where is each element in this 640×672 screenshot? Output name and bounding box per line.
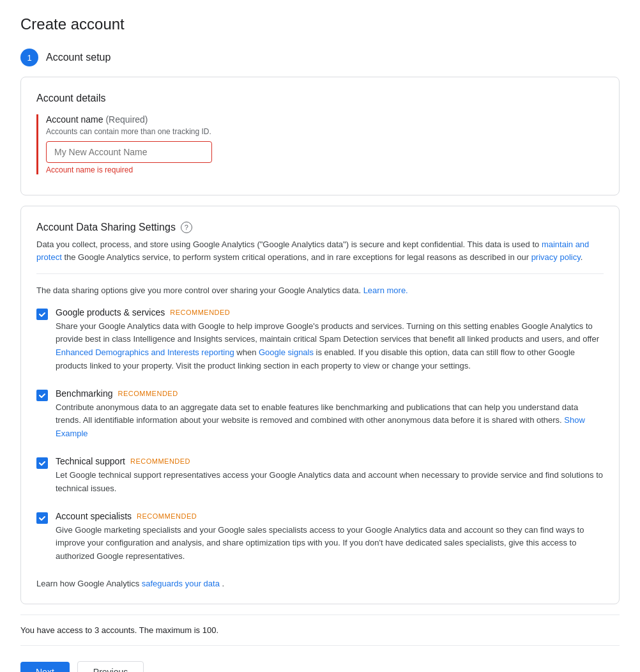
account-name-hint: Accounts can contain more than one track… <box>46 127 604 136</box>
sharing-header: Account Data Sharing Settings ? <box>36 222 604 233</box>
benchmarking-content: Benchmarking RECOMMENDED Contribute anon… <box>56 388 604 441</box>
safeguards-section: Learn how Google Analytics safeguards yo… <box>36 579 604 588</box>
account-name-field-section: Account name (Required) Accounts can con… <box>36 114 604 174</box>
next-button[interactable]: Next <box>20 662 70 672</box>
safeguards-link[interactable]: safeguards your data <box>142 579 220 588</box>
checkbox-item-technical-support: Technical support RECOMMENDED Let Google… <box>36 456 604 496</box>
enhanced-demographics-link[interactable]: Enhanced Demographics and Interests repo… <box>56 347 234 357</box>
technical-support-label-row: Technical support RECOMMENDED <box>56 456 604 466</box>
google-products-content: Google products & services RECOMMENDED S… <box>56 307 604 373</box>
account-name-label: Account name (Required) <box>46 114 604 125</box>
benchmarking-label: Benchmarking <box>56 388 113 399</box>
technical-support-desc: Let Google technical support representat… <box>56 469 604 496</box>
sharing-description: Data you collect, process, and store usi… <box>36 238 604 263</box>
button-row: Next Previous <box>20 661 620 672</box>
account-specialists-checkbox[interactable] <box>36 512 48 524</box>
divider <box>36 273 604 274</box>
technical-support-recommended: RECOMMENDED <box>130 457 190 465</box>
account-details-title: Account details <box>36 93 604 104</box>
google-products-recommended: RECOMMENDED <box>170 309 230 316</box>
page-title: Create account <box>20 15 620 33</box>
benchmarking-checkbox[interactable] <box>36 390 48 401</box>
data-sharing-card: Account Data Sharing Settings ? Data you… <box>20 206 620 604</box>
technical-support-label: Technical support <box>56 456 125 466</box>
accounts-notice: You have access to 3 accounts. The maxim… <box>20 615 620 646</box>
help-icon[interactable]: ? <box>181 222 192 233</box>
google-products-desc: Share your Google Analytics data with Go… <box>56 320 604 373</box>
checkbox-item-account-specialists: Account specialists RECOMMENDED Give Goo… <box>36 511 604 563</box>
google-products-label: Google products & services <box>56 307 165 317</box>
privacy-policy-link[interactable]: privacy policy <box>531 252 581 262</box>
account-specialists-desc: Give Google marketing specialists and yo… <box>56 524 604 563</box>
account-name-error: Account name is required <box>46 165 604 174</box>
sharing-title: Account Data Sharing Settings <box>36 222 176 233</box>
google-signals-link[interactable]: Google signals <box>259 347 314 357</box>
previous-button[interactable]: Previous <box>77 661 144 672</box>
benchmarking-label-row: Benchmarking RECOMMENDED <box>56 388 604 399</box>
step-title: Account setup <box>46 52 110 63</box>
technical-support-content: Technical support RECOMMENDED Let Google… <box>56 456 604 496</box>
technical-support-checkbox[interactable] <box>36 457 48 469</box>
learn-more-link[interactable]: Learn more. <box>363 286 408 295</box>
data-sharing-intro: The data sharing options give you more c… <box>36 284 604 297</box>
step-header: 1 Account setup <box>20 49 620 66</box>
account-specialists-content: Account specialists RECOMMENDED Give Goo… <box>56 511 604 563</box>
checkbox-item-google-products: Google products & services RECOMMENDED S… <box>36 307 604 373</box>
account-specialists-label-row: Account specialists RECOMMENDED <box>56 511 604 521</box>
google-products-label-row: Google products & services RECOMMENDED <box>56 307 604 317</box>
account-specialists-label: Account specialists <box>56 511 132 521</box>
google-products-checkbox[interactable] <box>36 309 48 320</box>
benchmarking-desc: Contribute anonymous data to an aggregat… <box>56 401 604 441</box>
checkbox-item-benchmarking: Benchmarking RECOMMENDED Contribute anon… <box>36 388 604 441</box>
account-details-card: Account details Account name (Required) … <box>20 77 620 195</box>
required-label: (Required) <box>105 114 148 125</box>
benchmarking-recommended: RECOMMENDED <box>118 390 178 397</box>
step-badge: 1 <box>20 49 38 66</box>
show-example-link[interactable]: Show Example <box>56 415 585 438</box>
account-name-input[interactable] <box>46 141 212 163</box>
account-specialists-recommended: RECOMMENDED <box>137 512 197 520</box>
